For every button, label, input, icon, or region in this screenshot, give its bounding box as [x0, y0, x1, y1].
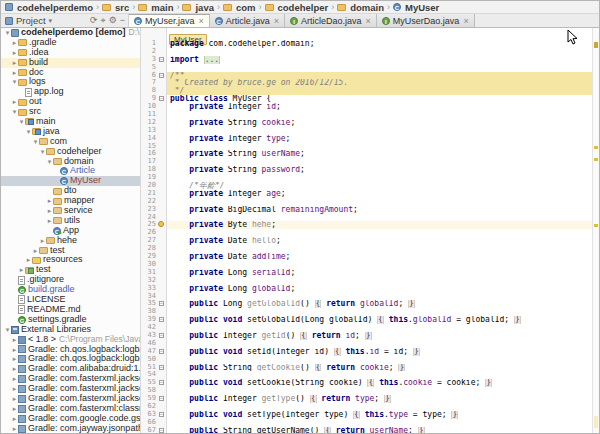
chevron-right-icon[interactable]: ▸ [11, 404, 18, 414]
fold-marker-icon[interactable]: − [159, 412, 164, 417]
tree-item-hehe[interactable]: ▸hehe [1, 236, 140, 246]
code-line-26[interactable]: 26 [141, 229, 599, 237]
code-line-2[interactable]: 2 [141, 48, 599, 56]
tree-item-build-gradle[interactable]: build.gradle [1, 285, 140, 295]
code-line-11[interactable]: 11 [141, 111, 599, 119]
code-line-62[interactable]: 62 [141, 403, 599, 411]
fold-marker-icon[interactable]: − [159, 396, 164, 401]
hide-panel-icon[interactable]: − [120, 14, 125, 27]
code-line-38[interactable]: 38 [141, 308, 599, 316]
chevron-down-icon[interactable]: ▾ [18, 117, 25, 127]
code-line-18[interactable]: 18 private String password; [141, 166, 599, 174]
chevron-right-icon[interactable]: ▸ [11, 97, 18, 107]
code-line-1[interactable]: 1package com.codehelper.domain; [141, 40, 599, 48]
code-line-42[interactable]: 42 [141, 324, 599, 332]
tree-item-out[interactable]: ▸out [1, 97, 140, 107]
code-line-19[interactable]: 19 [141, 174, 599, 182]
fold-marker-icon[interactable]: − [159, 73, 164, 78]
fold-marker-icon[interactable]: − [159, 301, 164, 306]
tab-myuser-java[interactable]: MyUser.java× [129, 14, 210, 27]
fold-marker-icon[interactable]: − [159, 333, 164, 338]
code-line-54[interactable]: 54 [141, 371, 599, 379]
gear-icon[interactable]: ⚙ [109, 14, 117, 27]
tree-item-gradle[interactable]: ▸.gradle [1, 38, 140, 48]
code-line-12[interactable]: 12 private String cookie; [141, 119, 599, 127]
chevron-right-icon[interactable]: ▸ [11, 354, 18, 364]
fold-marker-icon[interactable]: − [159, 428, 164, 433]
breadcrumb-item-src[interactable]: src [102, 2, 129, 13]
code-line-16[interactable]: 16 private String userName; [141, 150, 599, 158]
stripe-mark[interactable] [594, 416, 598, 428]
code-line-10[interactable]: 10 private Integer id; [141, 103, 599, 111]
stripe-mark[interactable] [594, 224, 598, 227]
chevron-down-icon[interactable]: ▾ [49, 17, 53, 25]
chevron-down-icon[interactable]: ▾ [46, 157, 53, 167]
project-tree[interactable]: ▾codehelperdemo [demo]D:\code\githubl▸.g… [1, 28, 141, 434]
close-icon[interactable]: × [274, 16, 279, 26]
chevron-down-icon[interactable]: ▾ [39, 147, 46, 157]
close-icon[interactable]: × [199, 16, 204, 26]
breadcrumb-item-codehelper[interactable]: codehelper [265, 2, 329, 13]
chevron-right-icon[interactable]: ▸ [11, 345, 18, 355]
chevron-right-icon[interactable]: ▸ [32, 246, 39, 256]
chevron-right-icon[interactable]: ▸ [46, 196, 53, 206]
code-line-27[interactable]: 27 private Date hello; [141, 237, 599, 245]
chevron-right-icon[interactable]: ▸ [11, 68, 18, 78]
code-area[interactable]: 1package com.codehelper.domain;23−import… [141, 40, 599, 434]
chevron-right-icon[interactable]: ▸ [46, 206, 53, 216]
fold-marker-icon[interactable]: − [159, 380, 164, 385]
code-line-51[interactable]: 51− public String getCookie() { return c… [141, 364, 599, 372]
intention-bulb-icon[interactable] [158, 221, 164, 227]
breadcrumb-item-codehelperdemo[interactable]: codehelperdemo [5, 2, 93, 13]
code-line-35[interactable]: 35− public Long getGlobalId() { return g… [141, 300, 599, 308]
code-line-13[interactable]: 13 [141, 127, 599, 135]
chevron-right-icon[interactable]: ▸ [11, 364, 18, 374]
breadcrumb-item-main[interactable]: main [138, 2, 173, 13]
code-line-20[interactable]: 20 /*年龄*/ [141, 182, 599, 190]
sync-icon[interactable]: ⟳ [90, 14, 98, 27]
tree-item-java[interactable]: ▾java [1, 127, 140, 137]
code-line-9[interactable]: 9−public class MyUser { [141, 95, 599, 103]
code-line-25[interactable]: 25 private Byte hehe; [141, 221, 599, 229]
code-line-33[interactable]: 33 private Long globalId; [141, 285, 599, 293]
close-icon[interactable]: × [366, 16, 371, 26]
tree-item-test[interactable]: ▸test [1, 265, 140, 275]
code-line-30[interactable]: 30 [141, 261, 599, 269]
code-line-31[interactable]: 31 private Long serialId; [141, 269, 599, 277]
tree-item-src[interactable]: ▾src [1, 107, 140, 117]
chevron-down-icon[interactable]: ▾ [32, 137, 39, 147]
breadcrumb-item-myuser[interactable]: MyUser [393, 2, 439, 13]
tree-item-doc[interactable]: ▸doc [1, 68, 140, 78]
chevron-down-icon[interactable]: ▾ [4, 28, 11, 38]
stripe-mark[interactable] [594, 158, 598, 161]
code-line-66[interactable]: 66 [141, 419, 599, 427]
chevron-right-icon[interactable]: ▸ [18, 265, 25, 275]
code-line-47[interactable]: 47− public void setId(Integer id) { this… [141, 348, 599, 356]
code-line-39[interactable]: 39− public void setGlobalId(Long globalI… [141, 316, 599, 324]
tree-item-idea[interactable]: ▸.idea [1, 48, 140, 58]
code-line-67[interactable]: 67− public String getUserName() { return… [141, 427, 599, 434]
tree-item-resources[interactable]: ▸resources [1, 255, 140, 265]
code-line-23[interactable]: 23 private BigDecimal remainingAmount; [141, 206, 599, 214]
tab-article-java[interactable]: Article.java× [210, 14, 285, 27]
locate-icon[interactable]: ⌖ [101, 14, 106, 27]
chevron-right-icon[interactable]: ▸ [11, 374, 18, 384]
editor-pane[interactable]: MyUser 1package com.codehelper.domain;23… [141, 28, 599, 434]
code-line-32[interactable]: 32 [141, 277, 599, 285]
stripe-mark[interactable] [594, 42, 598, 48]
chevron-right-icon[interactable]: ▸ [11, 38, 18, 48]
breadcrumb-item-domain[interactable]: domain [337, 2, 384, 13]
code-line-46[interactable]: 46 [141, 340, 599, 348]
chevron-right-icon[interactable]: ▸ [11, 58, 18, 68]
close-icon[interactable]: × [463, 16, 468, 26]
chevron-right-icon[interactable]: ▸ [39, 236, 46, 246]
breadcrumb-item-com[interactable]: com [223, 2, 256, 13]
tree-item-app-log[interactable]: app.log [1, 87, 140, 97]
code-line-63[interactable]: 63− public void setType(Integer type) { … [141, 411, 599, 419]
code-line-29[interactable]: 29 private Date addTime; [141, 253, 599, 261]
code-line-22[interactable]: 22 [141, 198, 599, 206]
chevron-down-icon[interactable]: ▾ [4, 325, 11, 335]
tree-item-main[interactable]: ▾main [1, 117, 140, 127]
chevron-right-icon[interactable]: ▸ [11, 424, 18, 434]
chevron-right-icon[interactable]: ▸ [11, 394, 18, 404]
